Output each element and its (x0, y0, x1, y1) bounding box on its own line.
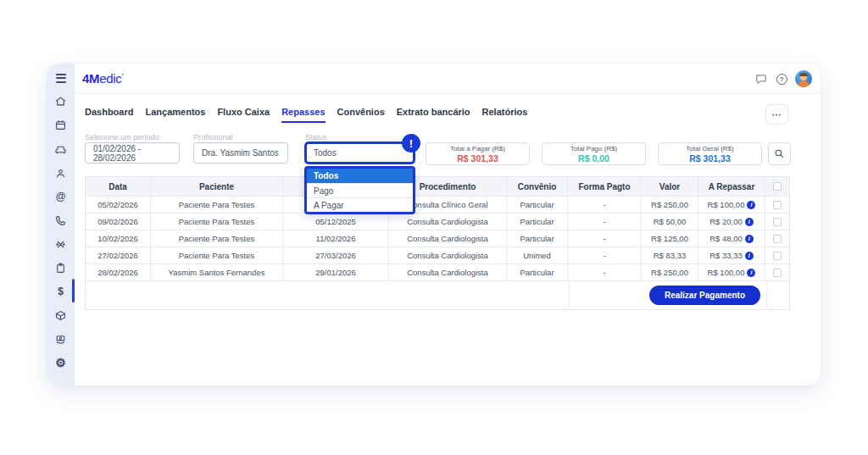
row-checkbox[interactable] (773, 218, 782, 226)
realizar-pagamento-button[interactable]: Realizar Pagamento (649, 286, 760, 305)
cell-paciente: Paciente Para Testes (151, 197, 283, 213)
reception-icon[interactable] (47, 142, 75, 156)
sidebar: @ $ ⚙ (47, 64, 75, 386)
cell-data: 05/02/2026 (86, 197, 151, 213)
status-option-a-pagar[interactable]: A Pagar (307, 197, 413, 212)
mentions-icon[interactable]: @ (47, 190, 75, 203)
status-option-pago[interactable]: Pago (307, 183, 413, 197)
row-checkbox[interactable] (773, 235, 782, 243)
tab-dashboard[interactable]: Dashboard (85, 107, 133, 123)
header-convenio[interactable]: Convênio (507, 177, 568, 196)
cell-convenio: Particular (507, 264, 568, 280)
tab-extrato-bancario[interactable]: Extrato bancário (397, 107, 470, 123)
cell-col3: 27/03/2026 (283, 247, 389, 264)
cell-procedimento: Consulta Cardiologista (389, 230, 507, 247)
footer-empty-cell (86, 281, 570, 309)
cell-paciente: Paciente Para Testes (151, 247, 283, 264)
repasses-table: Data Paciente Procedimento Convênio Form… (85, 176, 790, 310)
info-icon[interactable]: i (745, 235, 754, 243)
tab-lancamentos[interactable]: Lançamentos (145, 107, 205, 123)
home-icon[interactable] (47, 94, 75, 108)
total-pago-value: R$ 0,00 (578, 153, 609, 164)
chat-icon[interactable] (754, 72, 768, 86)
tab-repasses[interactable]: Repasses (281, 107, 325, 123)
table-row: 10/02/2026 Paciente Para Testes 11/02/20… (86, 230, 789, 247)
calendar-icon[interactable] (47, 118, 75, 131)
avatar[interactable] (795, 70, 812, 87)
cell-checkbox (765, 197, 789, 213)
period-input[interactable]: 01/02/2026 - 28/02/2026 (85, 142, 180, 164)
table-row: 28/02/2026 Yasmim Santos Fernandes 29/01… (86, 264, 789, 280)
total-geral-value: R$ 301,33 (689, 153, 730, 164)
clipboard-icon[interactable] (47, 261, 75, 275)
total-a-pagar-label: Total a Pagar (R$) (450, 145, 505, 153)
cell-valor: R$ 250,00 (642, 264, 698, 280)
info-icon[interactable]: i (747, 269, 755, 277)
table-header-row: Data Paciente Procedimento Convênio Form… (86, 177, 789, 196)
cell-checkbox (765, 230, 789, 247)
settings-icon[interactable]: ⚙ (47, 356, 75, 369)
total-geral-box: Total Geral (R$) R$ 301,33 (658, 142, 762, 165)
info-icon[interactable]: i (745, 252, 754, 260)
total-a-pagar-value: R$ 301,33 (457, 153, 498, 164)
status-dropdown: Todos Pago A Pagar (304, 166, 415, 214)
help-icon[interactable]: ? (775, 72, 788, 86)
header-data[interactable]: Data (86, 177, 151, 196)
cell-valor: R$ 50,00 (642, 214, 698, 230)
footer-checkbox-cell (767, 281, 791, 309)
select-all-checkbox[interactable] (773, 182, 782, 191)
table-row: 05/02/2026 Paciente Para Testes Consulta… (86, 196, 789, 213)
professional-input[interactable]: Dra. Yasmim Santos (193, 142, 288, 164)
info-icon[interactable]: i (745, 218, 754, 226)
tab-relatorios[interactable]: Relatórios (482, 107, 528, 123)
period-label: Selecione um período: (85, 133, 161, 141)
header-forma-pagto[interactable]: Forma Pagto (568, 177, 642, 196)
cell-a-repassar: R$ 100,00i (698, 264, 765, 280)
row-checkbox[interactable] (773, 201, 782, 209)
cell-data: 27/02/2026 (86, 247, 151, 264)
stock-icon[interactable] (47, 308, 75, 322)
more-options-button[interactable]: ⋯ (765, 104, 788, 125)
cashier-icon[interactable] (47, 332, 75, 346)
row-checkbox[interactable] (773, 269, 782, 277)
patients-icon[interactable] (47, 166, 75, 180)
cell-data: 09/02/2026 (86, 214, 151, 230)
cell-col3: 29/01/2026 (283, 264, 389, 280)
cell-forma-pagto: - (568, 197, 642, 213)
menu-icon[interactable] (47, 71, 75, 85)
sidebar-active-indicator (72, 279, 75, 302)
top-navbar: 4Medic’ ? (75, 64, 821, 94)
status-select[interactable]: Todos (304, 141, 415, 164)
referrals-icon[interactable] (47, 237, 75, 251)
cell-data: 10/02/2026 (86, 230, 151, 247)
row-checkbox[interactable] (773, 252, 782, 260)
cell-a-repassar: R$ 100,00i (698, 197, 765, 213)
tab-fluxo-caixa[interactable]: Fluxo Caixa (217, 107, 270, 123)
logo[interactable]: 4Medic’ (82, 71, 124, 86)
status-option-todos[interactable]: Todos (307, 169, 413, 183)
phone-icon[interactable] (47, 214, 75, 227)
cell-a-repassar: R$ 33,33i (698, 247, 765, 264)
tab-convenios[interactable]: Convênios (337, 107, 385, 123)
finance-icon[interactable]: $ (47, 285, 75, 298)
header-paciente[interactable]: Paciente (151, 177, 283, 196)
total-geral-label: Total Geral (R$) (686, 145, 733, 153)
info-icon[interactable]: i (747, 201, 755, 209)
cell-forma-pagto: - (568, 247, 642, 264)
cell-checkbox (765, 214, 789, 230)
cell-convenio: Particular (507, 230, 568, 247)
cell-valor: R$ 250,00 (642, 197, 698, 213)
search-button[interactable] (768, 142, 791, 165)
cell-a-repassar: R$ 20,00i (698, 214, 765, 230)
tab-bar: Dashboard Lançamentos Fluxo Caixa Repass… (85, 107, 527, 123)
app-window: @ $ ⚙ 4Medic’ ? (47, 64, 821, 386)
alert-badge: ! (402, 134, 420, 153)
cell-forma-pagto: - (568, 264, 642, 280)
footer-action-cell: Realizar Pagamento (570, 281, 767, 309)
total-pago-box: Total Pago (R$) R$ 0,00 (542, 142, 646, 165)
search-icon (774, 148, 785, 159)
cell-valor: R$ 125,00 (642, 230, 698, 247)
cell-procedimento: Consulta Cardiologista (389, 247, 507, 264)
header-a-repassar[interactable]: A Repassar (698, 177, 765, 196)
header-valor[interactable]: Valor (642, 177, 698, 196)
